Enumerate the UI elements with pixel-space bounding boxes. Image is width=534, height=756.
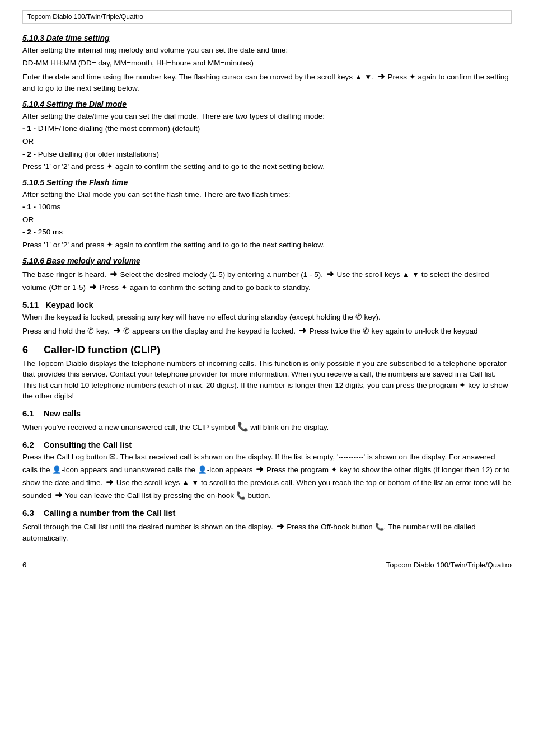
- section-title-62: 6.2 Consulting the Call list: [22, 440, 512, 449]
- para-5105-opt1: - 1 - 100ms: [22, 201, 512, 213]
- heading-5105: 5.10.5 Setting the Flash time: [22, 178, 512, 187]
- unanswered-icon: 👤: [198, 466, 207, 474]
- section-title-61: 6.1 New calls: [22, 408, 512, 418]
- section-5104: 5.10.4 Setting the Dial mode After setti…: [22, 100, 512, 172]
- para-5103-3: Enter the date and time using the number…: [22, 70, 512, 94]
- section-title-511: 5.11 Keypad lock: [22, 300, 512, 309]
- heading-61: New calls: [44, 409, 81, 418]
- para-5106-1: The base ringer is heard. ➜ Select the d…: [22, 267, 512, 293]
- para-5104-or: OR: [22, 136, 512, 147]
- section-num-511: 5.11: [22, 300, 39, 309]
- arrow-icon-3: ➜: [326, 267, 334, 280]
- para-6-1: The Topcom Diablo displays the telephone…: [22, 358, 512, 402]
- section-5103: 5.10.3 Date time setting After setting t…: [22, 34, 512, 94]
- arrow-icon-7: ➜: [256, 463, 263, 476]
- section-title-63: 6.3 Calling a number from the Call list: [22, 508, 512, 518]
- page: Topcom Diablo 100/Twin/Triple/Quattro 5.…: [0, 0, 534, 586]
- section-63: 6.3 Calling a number from the Call list …: [22, 508, 512, 544]
- para-511-2: Press and hold the ✆ key. ➜ ✆ appears on…: [22, 324, 512, 337]
- section-5105: 5.10.5 Setting the Flash time After sett…: [22, 178, 512, 251]
- arrow-icon-4: ➜: [89, 280, 96, 293]
- para-5104-1: After setting the date/time you can set …: [22, 111, 512, 122]
- section-5106: 5.10.6 Base melody and volume The base r…: [22, 256, 512, 293]
- para-5104-opt2: - 2 - Pulse dialling (for older installa…: [22, 149, 512, 160]
- section-num-6: 6: [22, 344, 37, 356]
- para-62-1: Press the Call Log button ✉. The last re…: [22, 452, 512, 501]
- section-num-61: 6.1: [22, 408, 37, 418]
- arrow-icon-9: ➜: [55, 489, 62, 501]
- section-6: 6 Caller-ID function (CLIP) The Topcom D…: [22, 344, 512, 402]
- footer-title: Topcom Diablo 100/Twin/Triple/Quattro: [386, 561, 512, 569]
- para-5104-2: Press '1' or '2' and press ✦ again to co…: [22, 161, 512, 172]
- header-bar: Topcom Diablo 100/Twin/Triple/Quattro: [22, 10, 512, 24]
- arrow-icon-1: ➜: [377, 70, 385, 83]
- section-num-63: 6.3: [22, 508, 37, 518]
- off-hook-icon: 📞: [375, 523, 384, 531]
- heading-62: Consulting the Call list: [44, 440, 132, 449]
- heading-5104: 5.10.4 Setting the Dial mode: [22, 100, 512, 109]
- para-61-1: When you've received a new unanswered ca…: [22, 420, 512, 433]
- heading-5106: 5.10.6 Base melody and volume: [22, 256, 512, 265]
- heading-6: Caller-ID function (CLIP): [44, 344, 160, 356]
- answered-icon: 👤: [52, 466, 62, 474]
- para-5105-opt2: - 2 - 250 ms: [22, 227, 512, 238]
- heading-511: Keypad lock: [45, 300, 93, 309]
- heading-63: Calling a number from the Call list: [44, 509, 175, 518]
- arrow-icon-6: ➜: [299, 324, 306, 337]
- footer-bar: 6 Topcom Diablo 100/Twin/Triple/Quattro: [22, 561, 512, 569]
- section-62: 6.2 Consulting the Call list Press the C…: [22, 440, 512, 501]
- heading-5103: 5.10.3 Date time setting: [22, 34, 512, 43]
- section-title-6: 6 Caller-ID function (CLIP): [22, 344, 512, 356]
- arrow-icon-10: ➜: [277, 520, 284, 533]
- footer-page-num: 6: [22, 561, 26, 569]
- section-511: 5.11 Keypad lock When the keypad is lock…: [22, 300, 512, 337]
- section-num-62: 6.2: [22, 440, 37, 449]
- arrow-icon-5: ➜: [113, 324, 120, 337]
- para-511-1: When the keypad is locked, pressing any …: [22, 312, 512, 323]
- para-5103-2: DD-MM HH:MM (DD= day, MM=month, HH=houre…: [22, 58, 512, 69]
- phone-icon: 📞: [237, 422, 249, 431]
- para-5103-3a: Enter the date and time using the number…: [22, 73, 376, 81]
- section-61: 6.1 New calls When you've received a new…: [22, 408, 512, 433]
- para-5105-or: OR: [22, 214, 512, 226]
- para-5104-opt1: - 1 - DTMF/Tone dialling (the most commo…: [22, 123, 512, 134]
- header-text: Topcom Diablo 100/Twin/Triple/Quattro: [27, 13, 143, 21]
- arrow-icon-8: ➜: [106, 476, 113, 489]
- arrow-icon-2: ➜: [110, 267, 117, 280]
- para-5105-1: After setting the Dial mode you can set …: [22, 189, 512, 200]
- on-hook-icon: 📞: [236, 491, 246, 500]
- para-5105-2: Press '1' or '2' and press ✦ again to co…: [22, 240, 512, 251]
- para-5103-1: After setting the internal ring melody a…: [22, 45, 512, 56]
- para-63-1: Scroll through the Call list until the d…: [22, 520, 512, 544]
